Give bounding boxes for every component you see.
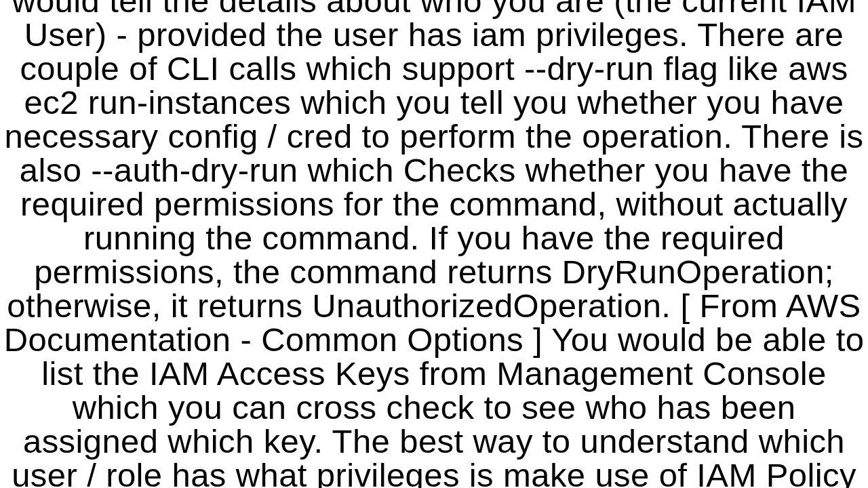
document-page: would tell the details about who you are… <box>0 0 868 488</box>
body-paragraph: would tell the details about who you are… <box>0 0 868 488</box>
